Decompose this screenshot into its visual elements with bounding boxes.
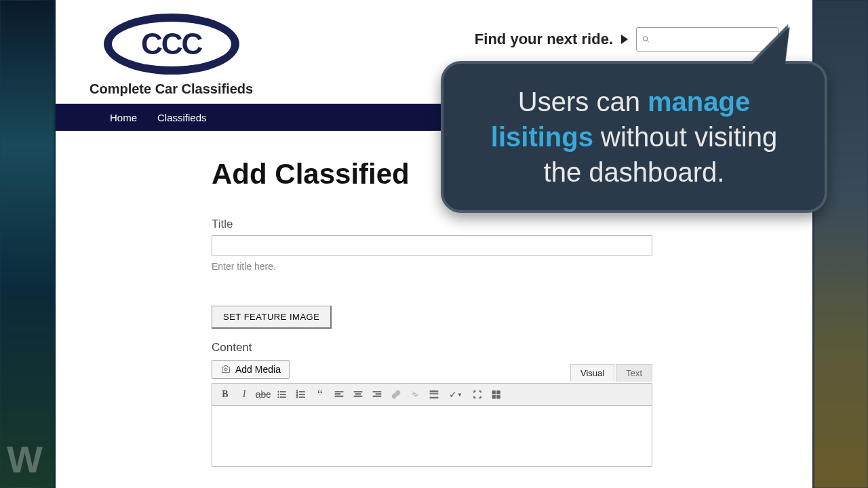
svg-rect-30 — [492, 395, 496, 399]
bullet-list-button[interactable] — [273, 386, 291, 403]
logo-icon: CCC — [104, 14, 239, 75]
svg-rect-10 — [299, 391, 304, 392]
svg-rect-26 — [430, 393, 438, 394]
numbered-list-button[interactable]: 123 — [292, 386, 310, 403]
svg-rect-8 — [280, 396, 285, 397]
logo-initials: CCC — [141, 27, 201, 61]
bold-button[interactable]: B — [216, 386, 234, 403]
title-label: Title — [212, 218, 656, 231]
nav-home[interactable]: Home — [110, 112, 137, 123]
tab-text[interactable]: Text — [616, 364, 652, 382]
svg-rect-17 — [335, 396, 343, 396]
svg-rect-25 — [430, 391, 438, 392]
set-feature-image-button[interactable]: SET FEATURE IMAGE — [212, 306, 332, 329]
svg-point-2 — [224, 368, 227, 371]
svg-rect-27 — [430, 397, 438, 398]
watermark: W — [7, 437, 44, 481]
svg-rect-14 — [299, 396, 304, 397]
add-media-button[interactable]: Add Media — [212, 360, 290, 379]
svg-point-3 — [278, 391, 279, 392]
media-icon — [220, 364, 231, 375]
svg-rect-6 — [280, 394, 285, 394]
search-label: Find your next ride. — [475, 30, 613, 48]
callout-tooltip: Users can manage lisitings without visit… — [441, 61, 827, 213]
link-button[interactable] — [387, 386, 405, 403]
content-label: Content — [212, 341, 656, 354]
toolbar-toggle-button[interactable] — [488, 386, 505, 403]
background-left — [0, 0, 54, 488]
svg-line-1 — [647, 40, 649, 42]
svg-rect-18 — [354, 391, 362, 392]
editor-toolbar: B I abc 123 “ ✓▼ — [212, 383, 652, 406]
editor: Visual Text B I abc 123 “ ✓▼ — [212, 383, 652, 467]
search-area: Find your next ride. — [475, 27, 778, 52]
title-input[interactable] — [212, 235, 652, 256]
chevron-right-icon — [621, 35, 628, 44]
svg-point-7 — [278, 396, 279, 398]
svg-rect-15 — [335, 391, 343, 392]
tab-visual[interactable]: Visual — [570, 364, 614, 382]
editor-textarea[interactable] — [212, 406, 652, 467]
search-input[interactable] — [654, 34, 772, 45]
svg-rect-23 — [373, 396, 381, 396]
search-icon — [642, 34, 650, 45]
align-left-button[interactable] — [330, 386, 348, 403]
svg-rect-16 — [335, 394, 340, 394]
nav-classifieds[interactable]: Classifieds — [157, 112, 207, 123]
logo-block[interactable]: CCC Complete Car Classifieds — [90, 14, 253, 97]
insert-more-button[interactable] — [425, 386, 443, 403]
blockquote-button[interactable]: “ — [311, 386, 329, 403]
svg-rect-29 — [497, 391, 500, 394]
svg-text:3: 3 — [296, 395, 298, 399]
svg-rect-22 — [376, 394, 381, 394]
align-right-button[interactable] — [368, 386, 386, 403]
italic-button[interactable]: I — [235, 386, 253, 403]
svg-rect-31 — [497, 395, 500, 399]
callout-line1: Users can — [518, 87, 640, 117]
svg-point-0 — [643, 37, 647, 41]
editor-tabs: Visual Text — [570, 364, 652, 382]
svg-rect-21 — [373, 391, 381, 392]
svg-point-5 — [278, 394, 279, 395]
unlink-button[interactable] — [406, 386, 424, 403]
strikethrough-button[interactable]: abc — [254, 386, 272, 403]
logo-subtitle: Complete Car Classifieds — [90, 81, 253, 97]
svg-rect-12 — [299, 394, 304, 394]
svg-rect-19 — [355, 394, 361, 394]
add-media-label: Add Media — [235, 364, 281, 375]
title-hint: Enter title here. — [212, 261, 656, 272]
svg-rect-28 — [492, 391, 496, 394]
align-center-button[interactable] — [349, 386, 367, 403]
svg-rect-20 — [354, 396, 362, 396]
svg-rect-4 — [280, 391, 285, 392]
spellcheck-button[interactable]: ✓▼ — [444, 386, 467, 403]
fullscreen-button[interactable] — [469, 386, 486, 403]
